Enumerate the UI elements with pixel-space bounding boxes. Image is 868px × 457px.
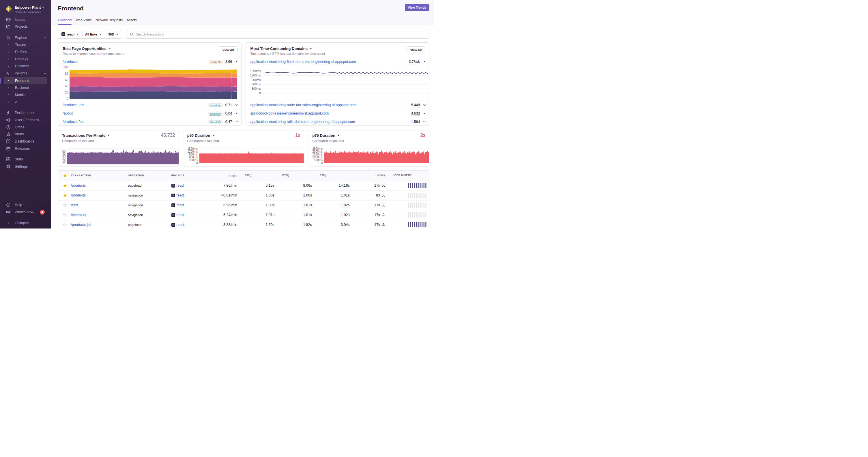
svg-text:300ms: 300ms [252, 87, 261, 90]
svg-text:80: 80 [65, 71, 68, 75]
svg-text:10: 10 [62, 160, 66, 163]
svg-text:60: 60 [65, 78, 68, 81]
svg-text:900ms: 900ms [252, 78, 261, 81]
svg-text:1500ms: 1500ms [250, 69, 260, 72]
svg-text:20: 20 [65, 91, 68, 94]
svg-text:0: 0 [321, 161, 323, 164]
svg-text:40: 40 [65, 84, 68, 88]
svg-text:0: 0 [259, 91, 260, 95]
svg-text:0: 0 [67, 97, 68, 100]
svg-text:100: 100 [63, 65, 68, 69]
svg-text:1200ms: 1200ms [250, 73, 260, 77]
svg-text:600ms: 600ms [252, 83, 261, 86]
svg-text:0: 0 [196, 161, 198, 164]
